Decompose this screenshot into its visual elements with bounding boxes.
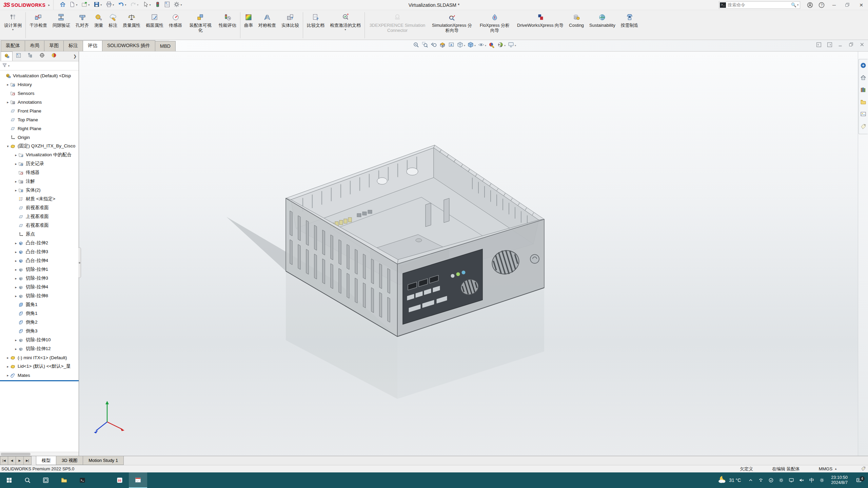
tray-display-icon[interactable]: [786, 477, 796, 483]
ribbon-item-性能评估[interactable]: 性能评估: [216, 11, 239, 40]
dropdown-caret-icon[interactable]: ▾: [100, 3, 102, 6]
status-units[interactable]: MMGS: [819, 466, 832, 471]
ribbon-item-孔对齐[interactable]: 孔对齐: [73, 11, 92, 40]
zoom-fit-button[interactable]: [412, 41, 420, 50]
expand-arrow-icon[interactable]: ▸: [5, 83, 10, 86]
collapse-right-button[interactable]: [827, 42, 833, 49]
hide-show-items-button[interactable]: ▾: [477, 41, 487, 50]
taskbar-start-button[interactable]: [0, 472, 18, 488]
ribbon-item-sustainability[interactable]: Sustainability: [587, 11, 618, 40]
ribbon-item-costing[interactable]: Costing: [566, 11, 587, 40]
tab-装配体[interactable]: 装配体: [1, 40, 25, 51]
dropdown-caret-icon[interactable]: ▾: [485, 44, 486, 47]
panel-tabs-overflow-chevron[interactable]: ❯: [71, 52, 79, 61]
tree-item-传感器[interactable]: 传感器: [0, 168, 79, 177]
ribbon-item-测量[interactable]: 测量: [92, 11, 106, 40]
tree-item-注解[interactable]: ▸A注解: [0, 177, 79, 186]
restore-button[interactable]: [841, 0, 854, 10]
panel-tab-configurations[interactable]: [24, 52, 36, 61]
taskpane-file-explorer-button[interactable]: [860, 99, 867, 107]
search-icon[interactable]: 🔍: [791, 2, 796, 7]
tab-布局[interactable]: 布局: [25, 40, 44, 51]
ribbon-item-driveworksxpress-向导[interactable]: DriveWorksXpress 向导: [514, 11, 566, 40]
tab-草图[interactable]: 草图: [44, 40, 64, 51]
tree-item-history[interactable]: ▸History: [0, 80, 79, 89]
ribbon-item-间隙验证[interactable]: 间隙验证: [50, 11, 73, 40]
tray-check-circle-icon[interactable]: [766, 477, 776, 483]
model-3d-view[interactable]: [79, 52, 858, 456]
ribbon-item-按需制造[interactable]: 按需制造: [618, 11, 641, 40]
rollback-bar[interactable]: [0, 380, 79, 381]
expand-arrow-icon[interactable]: ▸: [14, 294, 18, 298]
tree-item-lid-1-默认-默认-显[interactable]: ▸Lid<1> (默认) <<默认>_显: [0, 362, 79, 371]
tray-paw-icon[interactable]: [756, 477, 766, 483]
expand-arrow-icon[interactable]: ▸: [14, 285, 18, 289]
tree-item-切除-拉伸3[interactable]: ▸切除-拉伸3: [0, 274, 79, 283]
tree-item-凸台-拉伸4[interactable]: ▸凸台-拉伸4: [0, 256, 79, 265]
expand-arrow-icon[interactable]: ▸: [14, 277, 18, 280]
rebuild-button[interactable]: [153, 0, 162, 10]
model-tab-3d-视图[interactable]: 3D 视图: [56, 456, 83, 465]
home-button[interactable]: [58, 0, 67, 10]
tree-item--mini-itx-1-default-[interactable]: ▸(-) mini ITX<1> (Default): [0, 353, 79, 362]
graphics-area[interactable]: [79, 52, 858, 456]
ribbon-item-检查激活的文档[interactable]: *检查激活的文档▾: [327, 11, 363, 40]
tree-item-切除-拉伸12[interactable]: ▸切除-拉伸12: [0, 344, 79, 353]
ribbon-item-floxpress-分析向导[interactable]: FloXpress 分析向导: [475, 11, 514, 40]
display-style-button[interactable]: ▾: [467, 41, 476, 50]
zoom-area-button[interactable]: [421, 41, 429, 50]
expand-arrow-icon[interactable]: ▸: [5, 356, 10, 360]
undo-button[interactable]: ▾: [117, 0, 128, 10]
command-search-box[interactable]: >_ 搜索命令 🔍 ▾: [719, 1, 800, 9]
model-tab-motion-study-1[interactable]: Motion Study 1: [83, 456, 124, 465]
tray-volume-muted-icon[interactable]: [796, 477, 807, 483]
section-view-button[interactable]: [439, 41, 446, 50]
notification-center-button[interactable]: 4: [851, 477, 867, 483]
expand-arrow-icon[interactable]: ▸: [5, 373, 10, 377]
tree-item-right-plane[interactable]: Right Plane: [0, 124, 79, 133]
tree-item-front-plane[interactable]: Front Plane: [0, 106, 79, 115]
taskpane-view-palette-button[interactable]: [860, 111, 867, 119]
tree-horizontal-scrollbar[interactable]: [0, 452, 79, 456]
doc-minimize-button[interactable]: [837, 42, 844, 49]
weather-widget[interactable]: 31 °C: [717, 475, 741, 485]
print-button[interactable]: ▾: [104, 0, 116, 10]
annotation-views-button[interactable]: A: [448, 41, 455, 50]
tray-chevron-up-icon[interactable]: [746, 477, 756, 483]
close-button[interactable]: ✕: [854, 0, 868, 10]
tag-icon[interactable]: [861, 466, 866, 472]
open-button[interactable]: ▾: [80, 0, 92, 10]
tab-mbd[interactable]: MBD: [155, 41, 176, 51]
options-button[interactable]: ▾: [172, 0, 184, 10]
tree-item-前视基准面[interactable]: 前视基准面: [0, 203, 79, 212]
tree-item-上视基准面[interactable]: 上视基准面: [0, 212, 79, 221]
tree-item-切除-拉伸4[interactable]: ▸切除-拉伸4: [0, 283, 79, 291]
collapse-left-button[interactable]: [816, 42, 822, 49]
taskbar-solidworks-app-button[interactable]: 3S: [111, 472, 129, 488]
new-button[interactable]: ▾: [68, 0, 79, 10]
tree-item-top-plane[interactable]: Top Plane: [0, 115, 79, 124]
expand-arrow-icon[interactable]: ▸: [5, 365, 10, 368]
expand-arrow-icon[interactable]: ▸: [14, 241, 18, 245]
minimize-button[interactable]: ─: [827, 0, 841, 10]
tree-item-实体-2-[interactable]: ▸实体(2): [0, 186, 79, 195]
taskpane-resources-home-button[interactable]: [860, 74, 867, 82]
taskpane-custom-properties-button[interactable]: [860, 123, 867, 131]
tree-item-切除-拉伸10[interactable]: ▸切除-拉伸10: [0, 336, 79, 344]
tree-item-材质-未指定-[interactable]: 材质 <未指定>: [0, 195, 79, 203]
dropdown-caret-icon[interactable]: ▾: [125, 3, 126, 6]
tree-item-切除-拉伸8[interactable]: ▸切除-拉伸8: [0, 291, 79, 300]
expand-arrow-icon[interactable]: ▸: [14, 188, 18, 192]
view-orientation-button[interactable]: ▾: [456, 41, 466, 50]
dropdown-caret-icon[interactable]: ▾: [88, 3, 90, 6]
panel-splitter-handle[interactable]: [78, 247, 81, 278]
dropdown-caret-icon[interactable]: ▾: [515, 44, 516, 47]
taskbar-terminal-button[interactable]: [73, 472, 92, 488]
expand-arrow-icon[interactable]: ▾: [5, 144, 10, 148]
expand-arrow-icon[interactable]: ▸: [14, 268, 18, 271]
expand-arrow-icon[interactable]: ▸: [14, 259, 18, 263]
filter-caret-icon[interactable]: ▾: [8, 64, 9, 67]
apply-scene-button[interactable]: ▾: [497, 41, 506, 50]
ribbon-item-设计算例[interactable]: 设计算例▾: [1, 11, 24, 40]
nav-first-button[interactable]: |◀: [0, 456, 8, 465]
